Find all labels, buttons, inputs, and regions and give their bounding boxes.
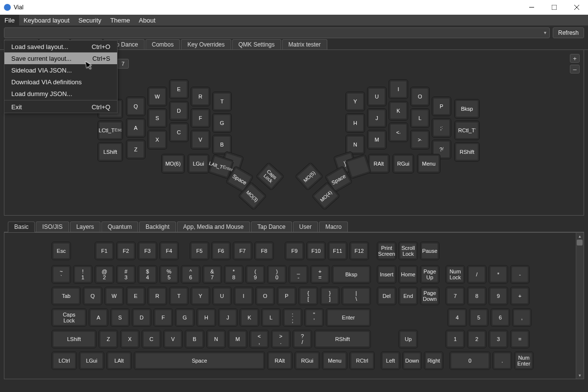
keycap[interactable]: C: [169, 122, 189, 142]
keycode-tab[interactable]: App, Media and Mouse: [177, 221, 250, 232]
keycode-button[interactable]: ?/: [293, 330, 312, 348]
menu-about[interactable]: About: [134, 15, 160, 25]
keycode-button[interactable]: ScrollLock: [398, 242, 418, 260]
keycode-button[interactable]: P: [277, 287, 296, 305]
keycode-button[interactable]: J: [218, 308, 238, 327]
keycode-button[interactable]: .: [492, 351, 512, 370]
keycode-button[interactable]: 6: [490, 308, 510, 327]
keycap[interactable]: O: [410, 87, 430, 106]
keycode-button[interactable]: -: [510, 265, 530, 284]
keycode-tab[interactable]: Macro: [319, 221, 348, 232]
keycap[interactable]: RAlt: [368, 154, 390, 173]
keycap[interactable]: <,: [389, 122, 408, 142]
keycode-button[interactable]: C: [142, 330, 161, 348]
keycode-button[interactable]: *8: [224, 265, 244, 284]
keycap[interactable]: V: [191, 130, 210, 149]
keycap[interactable]: U: [367, 87, 387, 106]
keycode-button[interactable]: D: [132, 308, 151, 327]
keycap[interactable]: H: [345, 113, 365, 133]
keycode-button[interactable]: 5: [469, 308, 489, 327]
keycode-button[interactable]: F7: [233, 242, 252, 260]
keycode-button[interactable]: 3: [489, 330, 508, 348]
keycode-button[interactable]: F12: [349, 242, 369, 260]
file-menu-item[interactable]: ExitCtrl+Q: [4, 101, 117, 113]
keycode-button[interactable]: F5: [190, 242, 209, 260]
scroll-thumb[interactable]: [577, 240, 583, 245]
keycode-button[interactable]: Down: [402, 351, 422, 370]
keycode-button[interactable]: Q: [83, 287, 102, 305]
keycode-button[interactable]: T: [169, 287, 189, 305]
keycode-button[interactable]: >.: [271, 330, 291, 348]
keycode-button[interactable]: A: [89, 308, 108, 327]
keycode-button[interactable]: X: [120, 330, 140, 348]
keycode-button[interactable]: Space: [134, 351, 265, 370]
keycode-button[interactable]: Tab: [51, 287, 81, 305]
keycode-button[interactable]: L: [261, 308, 281, 327]
keycap[interactable]: Menu: [417, 154, 441, 173]
file-menu-item[interactable]: Load saved layout...Ctrl+O: [4, 41, 117, 52]
keycode-button[interactable]: F2: [116, 242, 136, 260]
keycap[interactable]: X: [147, 130, 167, 149]
keycap[interactable]: P: [432, 97, 451, 116]
keycap[interactable]: Q: [126, 97, 146, 116]
keycap[interactable]: Z: [126, 140, 146, 159]
keycode-button[interactable]: LShift: [51, 330, 97, 348]
keycap[interactable]: MO(5): [294, 162, 323, 191]
keycode-button[interactable]: I: [234, 287, 253, 305]
keycode-button[interactable]: Insert: [377, 265, 396, 284]
keycap[interactable]: Bksp: [454, 99, 480, 119]
menu-file[interactable]: File: [0, 15, 19, 25]
menu-keyboard-layout[interactable]: Keyboard layout: [19, 15, 74, 25]
keycap[interactable]: LCtl_TEsc: [98, 121, 123, 140]
scroll-up-icon[interactable]: ▴: [577, 234, 582, 239]
keycode-button[interactable]: K: [240, 308, 259, 327]
scrollbar[interactable]: ▴ ▾: [576, 233, 584, 379]
keycap[interactable]: J: [367, 108, 387, 128]
file-menu-item[interactable]: Sideload VIA JSON...: [4, 64, 117, 76]
keycode-button[interactable]: F6: [211, 242, 231, 260]
keycap[interactable]: LShift: [98, 142, 123, 162]
keycode-tab[interactable]: ISO/JIS: [36, 221, 69, 232]
keycode-button[interactable]: Menu: [322, 351, 347, 370]
main-tab[interactable]: Matrix tester: [282, 39, 327, 49]
keycode-button[interactable]: "': [304, 308, 324, 327]
menu-theme[interactable]: Theme: [106, 15, 134, 25]
keycode-button[interactable]: PageUp: [420, 265, 440, 284]
keycode-button[interactable]: #3: [116, 265, 136, 284]
keycode-button[interactable]: F3: [138, 242, 157, 260]
keycap[interactable]: W: [147, 87, 167, 106]
keycode-button[interactable]: F: [153, 308, 173, 327]
keycode-tab[interactable]: Layers: [70, 221, 100, 232]
keycode-button[interactable]: Esc: [51, 242, 71, 260]
keycap[interactable]: >.: [410, 130, 430, 149]
keycode-button[interactable]: %5: [159, 265, 179, 284]
keycode-button[interactable]: 0: [449, 351, 490, 370]
keycap[interactable]: RGui: [392, 154, 414, 173]
keycode-button[interactable]: |\: [342, 287, 371, 305]
keycode-button[interactable]: Bksp: [332, 265, 371, 284]
keycode-button[interactable]: {[: [298, 287, 318, 305]
keycode-tab[interactable]: User: [293, 221, 318, 232]
keycode-button[interactable]: _-: [289, 265, 308, 284]
file-menu-item[interactable]: Download VIA definitions: [4, 76, 117, 88]
keycode-button[interactable]: Home: [398, 265, 418, 284]
keycode-button[interactable]: *: [489, 265, 508, 284]
window-maximize-button[interactable]: [543, 0, 565, 15]
zoom-out-button[interactable]: –: [570, 65, 580, 74]
keycode-button[interactable]: ,: [512, 308, 532, 327]
keycode-button[interactable]: &7: [202, 265, 222, 284]
keycap[interactable]: G: [212, 113, 232, 133]
keycode-button[interactable]: /: [467, 265, 487, 284]
keycode-button[interactable]: CapsLock: [51, 308, 87, 327]
keycode-button[interactable]: F4: [159, 242, 179, 260]
keycode-button[interactable]: H: [196, 308, 216, 327]
keycode-button[interactable]: ~`: [51, 265, 71, 284]
keycode-button[interactable]: O: [255, 287, 275, 305]
main-tab[interactable]: Combos: [146, 39, 180, 49]
keycode-button[interactable]: +=: [310, 265, 330, 284]
keycode-tab[interactable]: Basic: [8, 221, 35, 232]
keycode-button[interactable]: F11: [328, 242, 347, 260]
layer-indicator[interactable]: 7: [117, 59, 129, 69]
keycode-tab[interactable]: Tap Dance: [251, 221, 292, 232]
keycap[interactable]: ;:: [432, 118, 451, 138]
